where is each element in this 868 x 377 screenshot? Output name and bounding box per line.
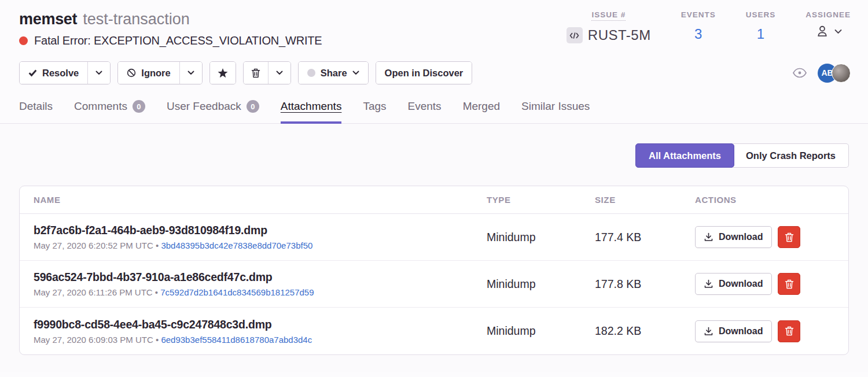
column-header-type: TYPE: [487, 195, 595, 205]
stat-events: EVENTS 3: [681, 9, 716, 42]
assignee-selector[interactable]: [806, 24, 851, 39]
delete-button-group: [243, 61, 291, 84]
tab-user-feedback[interactable]: User Feedback0: [167, 100, 259, 124]
issue-stats: ISSUE # RUST-5M EVENTS 3 US: [536, 9, 851, 47]
tab-label: Attachments: [281, 100, 342, 113]
tab-tags[interactable]: Tags: [363, 100, 386, 124]
action-toolbar: Resolve Ignore: [0, 61, 868, 84]
tab-similar-issues[interactable]: Similar Issues: [521, 100, 590, 124]
toolbar-right: AB: [792, 64, 851, 83]
users-count[interactable]: 1: [746, 26, 776, 42]
star-icon: [218, 68, 228, 78]
stat-assignee: ASSIGNEE: [806, 9, 851, 39]
tab-label: Tags: [363, 100, 386, 113]
toolbar-buttons: Resolve Ignore: [19, 61, 472, 84]
feedback-count-badge: 0: [247, 100, 259, 113]
attachment-type: Minidump: [487, 278, 595, 291]
event-id-link[interactable]: 7c592d7d2b1641dc834569b181257d59: [160, 287, 314, 297]
event-id-link[interactable]: 6ed93b3ef558411d8618780a7abd3d4c: [161, 335, 312, 345]
issue-page: memsettest-transaction Fatal Error: EXCE…: [0, 0, 868, 377]
subscribe-eye-icon[interactable]: [792, 67, 807, 79]
delete-attachment-button[interactable]: [778, 273, 800, 295]
table-row: f9990bc8-cd58-4ee4-ba45-c9c247848c3d.dmp…: [20, 308, 848, 354]
ignore-button[interactable]: Ignore: [118, 62, 179, 84]
delete-issue-button[interactable]: [244, 62, 268, 84]
attachment-size: 177.8 KB: [595, 278, 695, 291]
open-in-discover-button[interactable]: Open in Discover: [376, 62, 472, 84]
attachment-meta: May 27, 2020 6:11:26 PM UTC • 7c592d7d2b…: [34, 287, 487, 297]
filter-all-attachments-button[interactable]: All Attachments: [635, 143, 734, 168]
attachment-meta: May 27, 2020 6:20:52 PM UTC • 3bd48395b3…: [34, 241, 487, 250]
tab-label: User Feedback: [167, 100, 241, 113]
download-label: Download: [719, 326, 763, 337]
users-label: USERS: [746, 10, 776, 19]
attachment-meta: May 27, 2020 6:09:03 PM UTC • 6ed93b3ef5…: [34, 335, 487, 345]
tab-events[interactable]: Events: [408, 100, 442, 124]
download-icon: [704, 232, 713, 242]
table-row: b2f7ac6b-f2a1-464b-aeb9-93d810984f19.dmp…: [20, 214, 848, 261]
tab-attachments[interactable]: Attachments: [281, 100, 342, 124]
comments-count-badge: 0: [133, 100, 145, 113]
attachment-name-cell: 596ac524-7bbd-4b37-910a-a1e86cedf47c.dmp…: [34, 271, 487, 297]
table-row: 596ac524-7bbd-4b37-910a-a1e86cedf47c.dmp…: [20, 261, 848, 308]
download-button[interactable]: Download: [695, 226, 772, 248]
tab-label: Merged: [463, 100, 500, 113]
issue-number-label: ISSUE #: [591, 10, 626, 21]
tab-merged[interactable]: Merged: [463, 100, 500, 124]
bookmark-star-button[interactable]: [210, 62, 236, 84]
avatar-photo[interactable]: [832, 64, 851, 83]
download-icon: [704, 327, 713, 336]
event-id-link[interactable]: 3bd48395b3dc42e7838e8dd70e73bf50: [161, 241, 312, 250]
attachments-panel: All Attachments Only Crash Reports NAME …: [0, 124, 868, 372]
resolve-dropdown-button[interactable]: [87, 62, 110, 84]
trash-icon: [785, 326, 794, 336]
issue-tabs: Details Comments0 User Feedback0 Attachm…: [0, 100, 868, 124]
attachment-type: Minidump: [487, 324, 595, 338]
tab-details[interactable]: Details: [19, 100, 53, 124]
tab-label: Similar Issues: [521, 100, 590, 113]
meta-separator: •: [155, 287, 158, 297]
column-header-size: SIZE: [595, 195, 695, 205]
attachment-date: May 27, 2020 6:11:26 PM UTC: [34, 287, 153, 297]
issue-header: memsettest-transaction Fatal Error: EXCE…: [0, 0, 868, 47]
participant-avatars: AB: [818, 64, 851, 83]
code-icon: [567, 27, 583, 43]
attachment-actions: Download: [695, 273, 848, 295]
download-button[interactable]: Download: [695, 273, 772, 295]
share-button[interactable]: Share: [299, 62, 368, 84]
attachment-date: May 27, 2020 6:20:52 PM UTC: [34, 241, 153, 250]
attachment-filename: f9990bc8-cd58-4ee4-ba45-c9c247848c3d.dmp: [34, 318, 487, 331]
tab-label: Details: [19, 100, 53, 113]
delete-attachment-button[interactable]: [778, 320, 800, 342]
events-label: EVENTS: [681, 10, 716, 19]
share-label: Share: [321, 68, 347, 79]
ignore-dropdown-button[interactable]: [179, 62, 202, 84]
column-header-name: NAME: [34, 195, 487, 205]
column-header-actions: ACTIONS: [695, 195, 848, 205]
attachment-name-cell: b2f7ac6b-f2a1-464b-aeb9-93d810984f19.dmp…: [34, 224, 487, 250]
trash-icon: [251, 68, 260, 78]
delete-dropdown-button[interactable]: [268, 62, 290, 84]
share-button-group: Share: [298, 61, 369, 84]
filter-only-crash-reports-button[interactable]: Only Crash Reports: [733, 143, 849, 168]
resolve-label: Resolve: [42, 68, 79, 79]
download-button[interactable]: Download: [695, 320, 772, 342]
delete-attachment-button[interactable]: [778, 226, 800, 248]
attachments-filter-row: All Attachments Only Crash Reports: [0, 124, 868, 168]
bookmark-button-group: [209, 61, 236, 84]
attachments-table: NAME TYPE SIZE ACTIONS b2f7ac6b-f2a1-464…: [19, 186, 849, 355]
attachment-filename: b2f7ac6b-f2a1-464b-aeb9-93d810984f19.dmp: [34, 224, 487, 237]
error-line: Fatal Error: EXCEPTION_ACCESS_VIOLATION_…: [19, 34, 322, 47]
assignee-label: ASSIGNEE: [806, 10, 851, 19]
issue-short-id[interactable]: RUST-5M: [567, 27, 651, 43]
ban-icon: [127, 68, 136, 77]
attachment-size: 182.2 KB: [595, 324, 695, 338]
attachment-size: 177.4 KB: [595, 231, 695, 244]
share-status-dot-icon: [307, 69, 315, 77]
tab-comments[interactable]: Comments0: [74, 100, 145, 124]
events-count[interactable]: 3: [681, 26, 716, 42]
trash-icon: [785, 279, 794, 289]
meta-separator: •: [156, 241, 159, 250]
attachment-actions: Download: [695, 320, 848, 342]
resolve-button[interactable]: Resolve: [20, 62, 87, 84]
